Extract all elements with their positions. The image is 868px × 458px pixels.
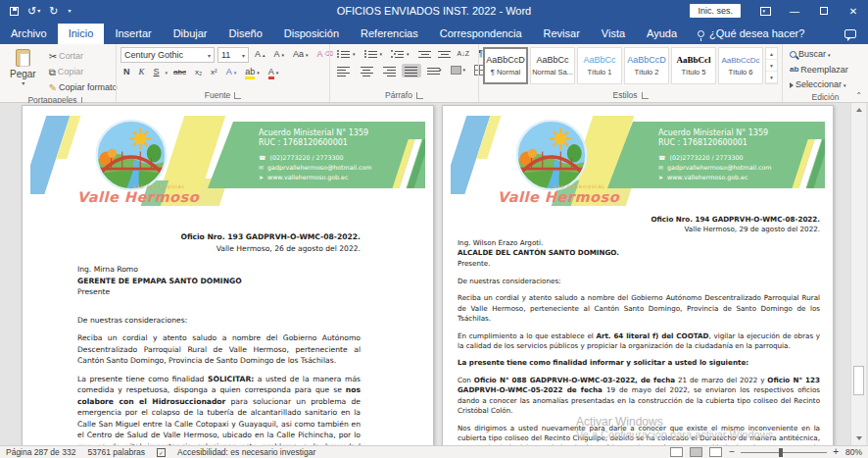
style-normal-sa[interactable]: AaBbCc Normal Sa...	[530, 47, 575, 84]
zoom-level[interactable]: 80%	[845, 447, 862, 457]
paragraph[interactable]: Reciba un cordial y atento saludo a nomb…	[458, 293, 820, 324]
zoom-slider[interactable]	[741, 452, 827, 453]
scrollbar-thumb[interactable]	[853, 366, 864, 395]
style-titulo-6[interactable]: AaBbCcDc Título 6	[718, 47, 763, 84]
paragraph[interactable]: Reciba un cordial y atento saludo a nomb…	[77, 332, 361, 367]
proofing-errors-icon[interactable]: ✓	[157, 448, 166, 457]
paragraph[interactable]: La presente tiene como finalidad SOLICIT…	[77, 374, 361, 446]
vertical-scrollbar[interactable]	[850, 103, 866, 445]
tab-revisar[interactable]: Revisar	[533, 24, 591, 44]
text-effects-icon[interactable]: A▾	[223, 66, 240, 79]
close-button[interactable]: ✕	[839, 0, 868, 22]
sort-icon[interactable]: A↓Z	[455, 48, 472, 59]
tab-disposicion[interactable]: Disposición	[273, 24, 350, 44]
style-normal[interactable]: AaBbCcD ¶ Normal	[483, 47, 528, 84]
paste-button[interactable]: Pegar▾	[4, 47, 42, 88]
subscript-icon[interactable]: x₂	[192, 67, 205, 78]
style-titulo-2[interactable]: AaBbCcD Título 2	[624, 47, 669, 84]
underline-button[interactable]: S	[151, 66, 163, 79]
format-painter-button[interactable]: ✎Copiar formato	[46, 80, 121, 95]
zoom-out-icon[interactable]: −	[729, 447, 735, 457]
tab-diseno[interactable]: Diseño	[218, 24, 273, 44]
paragraph[interactable]: Con Oficio N° 088 GADPRVH-O-WMC-03-2022,…	[458, 376, 820, 417]
tab-dibujar[interactable]: Dibujar	[163, 24, 218, 44]
increase-indent-icon[interactable]	[435, 48, 452, 59]
tab-inicio[interactable]: Inicio	[58, 24, 105, 44]
maximize-button[interactable]	[809, 0, 839, 22]
tab-correspondencia[interactable]: Correspondencia	[429, 24, 533, 44]
recipient-block[interactable]: Ing. Wilson Erazo Argoti. ALCALDE DEL CA…	[458, 238, 820, 269]
salutation[interactable]: De nuestras consideraciones:	[77, 315, 361, 327]
collapse-ribbon-icon[interactable]: ⌃	[855, 91, 862, 100]
tab-archivo[interactable]: Archivo	[0, 24, 58, 44]
save-icon[interactable]	[10, 7, 19, 16]
undo-icon[interactable]: ↺▾	[27, 6, 40, 17]
style-titulo-1[interactable]: AaBbCc Título 1	[577, 47, 622, 84]
oficio-header[interactable]: Oficio Nro. 193 GADPRVH-O-WMC-08-2022. V…	[77, 231, 361, 254]
decrease-indent-icon[interactable]	[415, 48, 432, 59]
word-count[interactable]: 53761 palabras	[87, 447, 145, 457]
sign-in-button[interactable]: Inic. ses.	[690, 4, 741, 18]
letterhead[interactable]: GAD PARROQUIAL Valle Hermoso Acuerdo Min…	[30, 116, 425, 206]
scroll-down-icon[interactable]	[851, 432, 867, 445]
styles-scroll-up-icon[interactable]: ▲	[766, 48, 777, 60]
align-left-icon[interactable]	[334, 64, 354, 77]
tell-me-box[interactable]: ¿Qué desea hacer?	[688, 24, 814, 44]
paragraph[interactable]: En cumplimiento a lo que establece el Ar…	[458, 331, 820, 352]
zoom-in-icon[interactable]: +	[833, 447, 839, 457]
bullets-icon[interactable]: ▾	[334, 48, 359, 59]
recipient-block[interactable]: Ing. Mirna Romo GERENTE DE EPMAPA SANTO …	[77, 264, 361, 298]
styles-scroll-down-icon[interactable]: ▼	[766, 60, 777, 72]
paragraph-dialog-launcher-icon[interactable]	[416, 92, 423, 99]
web-layout-icon[interactable]	[709, 447, 722, 457]
copy-button[interactable]: ⧉Copiar	[46, 65, 121, 79]
change-case-icon[interactable]: Aa▾	[290, 48, 312, 62]
document-page-2[interactable]: GAD PARROQUIAL Valle Hermoso Acuerdo Min…	[442, 105, 834, 445]
customize-qat-icon[interactable]: ▾	[67, 8, 71, 14]
styles-more-icon[interactable]: ▼	[766, 72, 777, 83]
font-name-combobox[interactable]: Century Gothic▾	[121, 47, 215, 63]
document-page-1[interactable]: GAD PARROQUIAL Valle Hermoso Acuerdo Min…	[22, 105, 434, 445]
read-mode-icon[interactable]	[670, 447, 683, 457]
print-layout-icon[interactable]	[690, 447, 702, 457]
redo-icon[interactable]: ↻	[49, 6, 58, 17]
letterhead[interactable]: GAD PARROQUIAL Valle Hermoso Acuerdo Min…	[451, 116, 825, 206]
line-spacing-icon[interactable]: ▾	[424, 65, 445, 76]
font-color-icon[interactable]: A▾	[265, 67, 282, 78]
styles-dialog-launcher-icon[interactable]	[642, 92, 649, 99]
cut-button[interactable]: ✂Cortar	[46, 49, 121, 64]
paragraph[interactable]: Nos dirigimos a usted nuevamente para da…	[458, 424, 820, 446]
paragraph[interactable]: La presente tiene como finalidad informa…	[458, 358, 820, 368]
tab-ayuda[interactable]: Ayuda	[636, 24, 688, 44]
italic-button[interactable]: K	[136, 66, 148, 79]
find-button[interactable]: Buscar▾	[787, 48, 851, 62]
shrink-font-icon[interactable]: A▾	[271, 48, 288, 62]
minimize-button[interactable]: —	[780, 0, 809, 22]
multilevel-list-icon[interactable]: ▾	[388, 48, 412, 59]
tab-referencias[interactable]: Referencias	[350, 24, 429, 44]
zoom-slider-thumb[interactable]	[779, 448, 783, 457]
oficio-header[interactable]: Oficio Nro. 194 GADPRVH-O-WMC-08-2022. V…	[458, 215, 820, 235]
font-dialog-launcher-icon[interactable]	[234, 92, 241, 99]
justify-icon[interactable]	[402, 64, 421, 77]
superscript-icon[interactable]: x²	[208, 67, 220, 78]
select-button[interactable]: Seleccionar▾	[787, 78, 851, 92]
strikethrough-icon[interactable]: abc	[170, 67, 189, 78]
accessibility-status[interactable]: Accesibilidad: es necesario investigar	[177, 447, 315, 457]
scroll-up-icon[interactable]	[851, 103, 867, 117]
ribbon-display-options-icon[interactable]	[750, 0, 780, 22]
highlight-color-icon[interactable]: ab▾	[242, 67, 263, 78]
numbering-icon[interactable]: ▾	[362, 48, 386, 59]
tab-insertar[interactable]: Insertar	[104, 24, 162, 44]
page-indicator[interactable]: Página 287 de 332	[6, 447, 75, 457]
comments-icon[interactable]	[844, 29, 856, 38]
bold-button[interactable]: N	[121, 66, 133, 79]
font-size-combobox[interactable]: 11▾	[217, 47, 249, 63]
grow-font-icon[interactable]: A▴	[252, 48, 268, 62]
salutation[interactable]: De nuestras consideraciones:	[458, 277, 820, 286]
align-center-icon[interactable]	[357, 64, 376, 77]
style-titulo-5[interactable]: AaBbCcl Título 5	[671, 47, 716, 84]
replace-button[interactable]: abReemplazar	[787, 64, 851, 77]
shading-icon[interactable]: ▾	[448, 65, 469, 76]
tab-vista[interactable]: Vista	[591, 24, 636, 44]
